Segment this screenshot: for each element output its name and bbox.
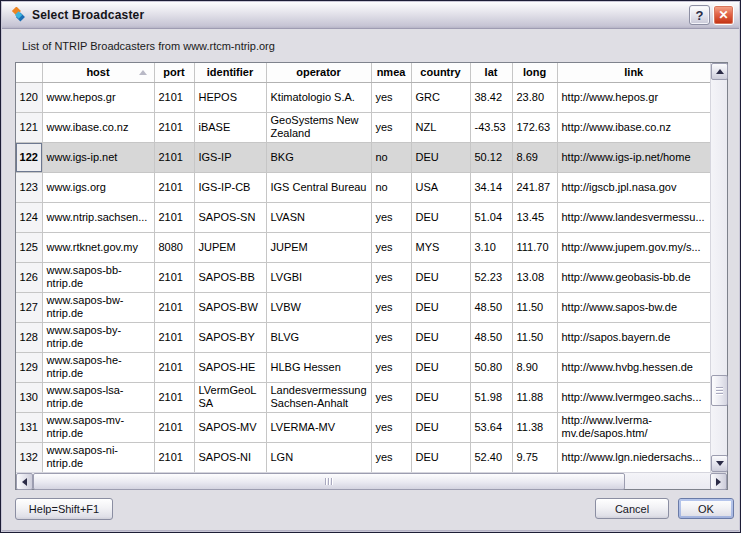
cell-host[interactable]: www.ibase.co.nz <box>42 112 154 142</box>
cell-identifier[interactable]: SAPOS-MV <box>194 412 266 442</box>
cell-host[interactable]: www.sapos-mv-ntrip.de <box>42 412 154 442</box>
cell-nmea[interactable]: yes <box>371 112 411 142</box>
scroll-left-icon[interactable] <box>16 473 33 490</box>
cell-identifier[interactable]: LVermGeoLSA <box>194 382 266 412</box>
column-header-link[interactable]: link <box>557 63 710 82</box>
cell-nmea[interactable]: yes <box>371 262 411 292</box>
row-header[interactable]: 125 <box>16 232 42 262</box>
cell-long[interactable]: 23.80 <box>512 82 557 112</box>
cell-link[interactable]: http://sapos.bayern.de <box>557 322 710 352</box>
ok-button[interactable]: OK <box>678 498 734 519</box>
title-bar[interactable]: Select Broadcaster ? ✕ <box>2 2 739 29</box>
cell-host[interactable]: www.hepos.gr <box>42 82 154 112</box>
cell-nmea[interactable]: yes <box>371 82 411 112</box>
cell-lat[interactable]: 50.80 <box>470 352 512 382</box>
column-header-lat[interactable]: lat <box>470 63 512 82</box>
cell-operator[interactable]: LGN <box>266 442 371 472</box>
cell-lat[interactable]: -43.53 <box>470 112 512 142</box>
cell-lat[interactable]: 48.50 <box>470 292 512 322</box>
help-icon[interactable]: ? <box>689 5 710 25</box>
vertical-scrollbar[interactable] <box>710 63 727 472</box>
cell-nmea[interactable]: yes <box>371 412 411 442</box>
row-header[interactable]: 123 <box>16 172 42 202</box>
column-header-identifier[interactable]: identifier <box>194 63 266 82</box>
table-row[interactable]: 131www.sapos-mv-ntrip.de2101SAPOS-MVLVER… <box>16 412 710 442</box>
row-header[interactable]: 129 <box>16 352 42 382</box>
cell-link[interactable]: http://www.hvbg.hessen.de <box>557 352 710 382</box>
cell-port[interactable]: 2101 <box>154 352 194 382</box>
cell-lat[interactable]: 3.10 <box>470 232 512 262</box>
cell-link[interactable]: http://igscb.jpl.nasa.gov <box>557 172 710 202</box>
cell-long[interactable]: 8.90 <box>512 352 557 382</box>
cell-lat[interactable]: 38.42 <box>470 82 512 112</box>
vertical-scroll-thumb[interactable] <box>711 375 728 406</box>
cell-link[interactable]: http://www.landesvermessu... <box>557 202 710 232</box>
table-row[interactable]: 128www.sapos-by-ntrip.de2101SAPOS-BYBLVG… <box>16 322 710 352</box>
scroll-right-icon[interactable] <box>710 473 727 490</box>
cell-port[interactable]: 2101 <box>154 172 194 202</box>
cell-operator[interactable]: IGS Central Bureau <box>266 172 371 202</box>
row-header[interactable]: 126 <box>16 262 42 292</box>
cell-country[interactable]: GRC <box>411 82 470 112</box>
cell-port[interactable]: 2101 <box>154 202 194 232</box>
cell-host[interactable]: www.sapos-by-ntrip.de <box>42 322 154 352</box>
cell-identifier[interactable]: HEPOS <box>194 82 266 112</box>
table-row[interactable]: 121www.ibase.co.nz2101iBASEGeoSystems Ne… <box>16 112 710 142</box>
cell-host[interactable]: www.sapos-ni-ntrip.de <box>42 442 154 472</box>
help-shortcut-button[interactable]: Help=Shift+F1 <box>15 498 113 520</box>
cell-port[interactable]: 2101 <box>154 82 194 112</box>
cell-identifier[interactable]: IGS-IP-CB <box>194 172 266 202</box>
table-row[interactable]: 124www.ntrip.sachsen...2101SAPOS-SNLVASN… <box>16 202 710 232</box>
row-header[interactable]: 131 <box>16 412 42 442</box>
cell-lat[interactable]: 51.98 <box>470 382 512 412</box>
column-header-host[interactable]: host <box>42 63 154 82</box>
table-row[interactable]: 130www.sapos-lsa-ntrip.de2101LVermGeoLSA… <box>16 382 710 412</box>
cell-country[interactable]: DEU <box>411 292 470 322</box>
corner-header[interactable] <box>16 63 42 82</box>
cell-lat[interactable]: 53.64 <box>470 412 512 442</box>
cell-country[interactable]: DEU <box>411 412 470 442</box>
cell-port[interactable]: 2101 <box>154 322 194 352</box>
cell-country[interactable]: NZL <box>411 112 470 142</box>
cell-host[interactable]: www.ntrip.sachsen... <box>42 202 154 232</box>
cell-long[interactable]: 111.70 <box>512 232 557 262</box>
cell-link[interactable]: http://www.lgn.niedersachs... <box>557 442 710 472</box>
row-header[interactable]: 128 <box>16 322 42 352</box>
cell-host[interactable]: www.sapos-bw-ntrip.de <box>42 292 154 322</box>
cell-lat[interactable]: 51.04 <box>470 202 512 232</box>
cell-long[interactable]: 8.69 <box>512 142 557 172</box>
cell-identifier[interactable]: SAPOS-BW <box>194 292 266 322</box>
table-row[interactable]: 132www.sapos-ni-ntrip.de2101SAPOS-NILGNy… <box>16 442 710 472</box>
table-row[interactable]: 122www.igs-ip.net2101IGS-IPBKGnoDEU50.12… <box>16 142 710 172</box>
cell-host[interactable]: www.sapos-lsa-ntrip.de <box>42 382 154 412</box>
cell-lat[interactable]: 34.14 <box>470 172 512 202</box>
cell-identifier[interactable]: JUPEM <box>194 232 266 262</box>
cell-long[interactable]: 13.45 <box>512 202 557 232</box>
close-icon[interactable]: ✕ <box>713 5 734 25</box>
cell-country[interactable]: DEU <box>411 202 470 232</box>
column-header-nmea[interactable]: nmea <box>371 63 411 82</box>
column-header-country[interactable]: country <box>411 63 470 82</box>
row-header[interactable]: 127 <box>16 292 42 322</box>
row-header[interactable]: 122 <box>16 142 42 172</box>
cell-identifier[interactable]: SAPOS-HE <box>194 352 266 382</box>
cell-country[interactable]: USA <box>411 172 470 202</box>
cell-operator[interactable]: BKG <box>266 142 371 172</box>
cell-long[interactable]: 11.38 <box>512 412 557 442</box>
row-header[interactable]: 121 <box>16 112 42 142</box>
cell-identifier[interactable]: SAPOS-SN <box>194 202 266 232</box>
cancel-button[interactable]: Cancel <box>595 498 669 519</box>
cell-long[interactable]: 11.88 <box>512 382 557 412</box>
table-row[interactable]: 123www.igs.org2101IGS-IP-CBIGS Central B… <box>16 172 710 202</box>
table-row[interactable]: 126www.sapos-bb-ntrip.de2101SAPOS-BBLVGB… <box>16 262 710 292</box>
cell-operator[interactable]: LVASN <box>266 202 371 232</box>
table-row[interactable]: 120www.hepos.gr2101HEPOSKtimatologio S.A… <box>16 82 710 112</box>
cell-operator[interactable]: GeoSystems New Zealand <box>266 112 371 142</box>
cell-port[interactable]: 2101 <box>154 412 194 442</box>
cell-country[interactable]: DEU <box>411 322 470 352</box>
cell-country[interactable]: DEU <box>411 352 470 382</box>
cell-identifier[interactable]: iBASE <box>194 112 266 142</box>
cell-link[interactable]: http://www.geobasis-bb.de <box>557 262 710 292</box>
cell-long[interactable]: 11.50 <box>512 292 557 322</box>
row-header[interactable]: 130 <box>16 382 42 412</box>
